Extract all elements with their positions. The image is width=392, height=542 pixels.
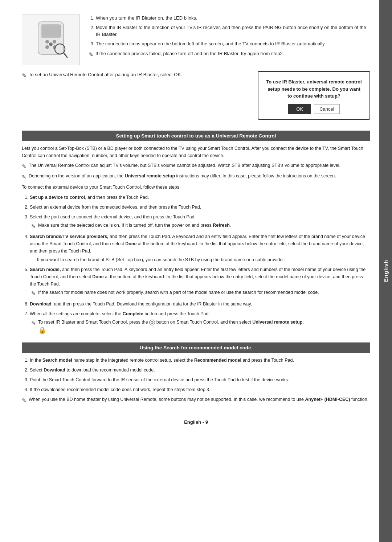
section2-note-icon: ✎ bbox=[22, 397, 26, 405]
ir-blaster-svg bbox=[27, 18, 74, 62]
numbered-steps: When you turn the IR Blaster on, the LED… bbox=[89, 15, 370, 47]
s1-step3-note: ✎ Make sure that the selected device is … bbox=[30, 222, 370, 231]
dialog-box: To use IR Blaster, universal remote cont… bbox=[258, 71, 370, 120]
svg-point-3 bbox=[45, 40, 49, 44]
section1-note1: ✎ The Universal Remote Control can adjus… bbox=[22, 162, 370, 171]
ok-button[interactable]: OK bbox=[288, 104, 311, 114]
section2-header: Using the Search for recommended model c… bbox=[22, 342, 370, 353]
s1-step2: Select an external device from the conne… bbox=[30, 204, 370, 211]
s1-step7: When all the settings are complete, sele… bbox=[30, 310, 370, 336]
section1-header: Setting up Smart touch control to use as… bbox=[22, 131, 370, 141]
note2-icon: ✎ bbox=[22, 173, 26, 181]
section1-steps: Set up a device to control, and then pre… bbox=[22, 194, 370, 336]
footer-text: English - 9 bbox=[184, 419, 208, 425]
s1-step4-sub: If you want to search the brand of STB (… bbox=[30, 256, 370, 263]
note-pencil-icon: ✎ bbox=[22, 71, 26, 80]
step7-note-icon: ✎ bbox=[31, 319, 36, 328]
universal-remote-section: To use IR Blaster, universal remote cont… bbox=[22, 71, 370, 123]
remote-button-icon: ⊙ bbox=[149, 320, 155, 325]
svg-point-7 bbox=[49, 42, 53, 46]
page-container: English W bbox=[0, 0, 392, 542]
svg-rect-2 bbox=[42, 25, 60, 37]
step3-note-icon: ✎ bbox=[31, 222, 36, 231]
section1-intro: Lets you control a Set-Top-Box (STB) or … bbox=[22, 145, 370, 159]
s1-step1: Set up a device to control, and then pre… bbox=[30, 194, 370, 201]
dialog-buttons[interactable]: OK Cancel bbox=[266, 104, 362, 114]
s1-step4: Search brands/TV service providers, and … bbox=[30, 233, 370, 263]
device-image bbox=[22, 15, 80, 65]
step-2: Move the IR Blaster to the direction of … bbox=[96, 24, 370, 38]
svg-line-9 bbox=[64, 53, 67, 57]
steps-intro: To connect the external device to your S… bbox=[22, 184, 370, 191]
svg-point-4 bbox=[53, 40, 56, 44]
section2-note: ✎ When you use the BD home theater by us… bbox=[22, 396, 370, 405]
s1-step3: Select the port used to connect the exte… bbox=[30, 213, 370, 231]
dialog-message: To use IR Blaster, universal remote cont… bbox=[266, 78, 362, 100]
section1-note2: ✎ Depending on the version of an applica… bbox=[22, 173, 370, 181]
note1-icon: ✎ bbox=[22, 163, 26, 171]
top-section: When you turn the IR Blaster on, the LED… bbox=[22, 15, 370, 65]
step-3: The connection icons appear on the botto… bbox=[96, 40, 370, 48]
page-footer: English - 9 bbox=[22, 419, 370, 425]
note-icon: ✎ bbox=[89, 50, 93, 59]
s1-step6: Download, and then press the Touch Pad. … bbox=[30, 300, 370, 308]
side-label-text: English bbox=[383, 260, 389, 282]
s2-step3: Point the Smart Touch Control forward to… bbox=[30, 376, 370, 383]
s1-step5: Search model, and then press the Touch P… bbox=[30, 266, 370, 298]
section2-steps: In the Search model name step in the int… bbox=[22, 357, 370, 393]
universal-remote-note: ✎ To set an Universal Remote Control aft… bbox=[22, 71, 250, 80]
svg-point-5 bbox=[45, 45, 49, 49]
remote-icon-symbol: 🔒 bbox=[38, 327, 46, 334]
cancel-button[interactable]: Cancel bbox=[314, 104, 339, 114]
side-label: English bbox=[379, 0, 392, 542]
s2-step2: Select Download to download the recommen… bbox=[30, 366, 370, 374]
s2-step1: In the Search model name step in the int… bbox=[30, 357, 370, 364]
step-1: When you turn the IR Blaster on, the LED… bbox=[96, 15, 370, 22]
step5-note-icon: ✎ bbox=[31, 290, 36, 298]
s2-step4: If the downloaded recommended model code… bbox=[30, 386, 370, 393]
connection-fail-note: ✎ If the connection process failed, plea… bbox=[89, 50, 370, 59]
s1-step5-note: ✎ If the search for model name does not … bbox=[30, 289, 370, 298]
steps-list: When you turn the IR Blaster on, the LED… bbox=[89, 15, 370, 65]
s1-step7-note: ✎ To reset IR Blaster and Smart Touch Co… bbox=[30, 319, 370, 336]
